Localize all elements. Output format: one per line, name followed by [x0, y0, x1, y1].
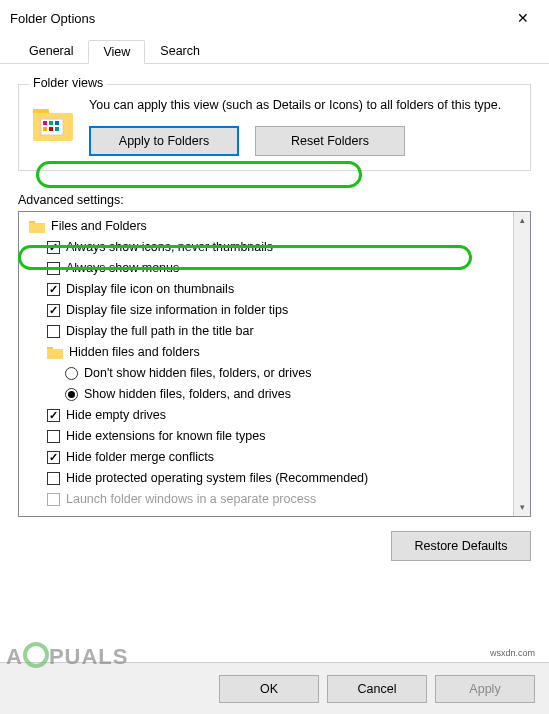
- checkbox-icon[interactable]: [47, 304, 60, 317]
- svg-rect-4: [49, 121, 53, 125]
- restore-defaults-button[interactable]: Restore Defaults: [391, 531, 531, 561]
- svg-rect-6: [43, 127, 47, 131]
- tree-item-label: Hide extensions for known file types: [66, 429, 265, 443]
- tree-item[interactable]: Hide empty drives: [25, 405, 513, 426]
- apply-to-folders-button[interactable]: Apply to Folders: [89, 126, 239, 156]
- scroll-up-icon[interactable]: ▴: [514, 212, 530, 229]
- watermark-o-icon: [23, 642, 49, 668]
- folder-views-group: Folder views You can apply this view (su…: [18, 84, 531, 171]
- scrollbar[interactable]: ▴ ▾: [513, 212, 530, 516]
- reset-folders-button[interactable]: Reset Folders: [255, 126, 405, 156]
- tree-item-label: Display the full path in the title bar: [66, 324, 254, 338]
- checkbox-icon[interactable]: [47, 472, 60, 485]
- fade-overlay: [19, 506, 513, 516]
- checkbox-icon[interactable]: [47, 241, 60, 254]
- tree-item-label: Always show menus: [66, 261, 179, 275]
- tree-item[interactable]: Don't show hidden files, folders, or dri…: [25, 363, 513, 384]
- tree-item-label: Hide protected operating system files (R…: [66, 471, 368, 485]
- checkbox-icon[interactable]: [47, 325, 60, 338]
- folder-views-description: You can apply this view (such as Details…: [89, 97, 518, 114]
- svg-rect-7: [49, 127, 53, 131]
- watermark-logo: APUALS: [6, 642, 128, 670]
- close-button[interactable]: ✕: [501, 3, 545, 33]
- folder-icon: [31, 101, 75, 145]
- svg-rect-3: [43, 121, 47, 125]
- folder-icon: [29, 219, 45, 233]
- radio-icon[interactable]: [65, 367, 78, 380]
- checkbox-icon[interactable]: [47, 283, 60, 296]
- tab-general[interactable]: General: [14, 39, 88, 63]
- tree-item-label: Display file icon on thumbnails: [66, 282, 234, 296]
- checkbox-icon[interactable]: [47, 262, 60, 275]
- checkbox-icon[interactable]: [47, 493, 60, 506]
- tree-root: Files and Folders: [25, 216, 513, 237]
- svg-rect-10: [29, 223, 45, 233]
- apply-button[interactable]: Apply: [435, 675, 535, 703]
- folder-views-legend: Folder views: [29, 76, 107, 90]
- title-bar: Folder Options ✕: [0, 0, 549, 36]
- ok-button[interactable]: OK: [219, 675, 319, 703]
- tree-root-label: Files and Folders: [51, 219, 147, 233]
- tree-item-label: Launch folder windows in a separate proc…: [66, 492, 316, 506]
- tree-sub-folder: Hidden files and folders: [25, 342, 513, 363]
- folder-icon: [47, 345, 63, 359]
- cancel-button[interactable]: Cancel: [327, 675, 427, 703]
- svg-rect-12: [47, 349, 63, 359]
- tree-item-label: Hidden files and folders: [69, 345, 200, 359]
- tree-item-highlighted[interactable]: Show hidden files, folders, and drives: [25, 384, 513, 405]
- tree-content: Files and Folders Always show icons, nev…: [19, 212, 513, 516]
- scroll-down-icon[interactable]: ▾: [514, 499, 530, 516]
- tab-content: Folder views You can apply this view (su…: [0, 64, 549, 561]
- svg-rect-8: [55, 127, 59, 131]
- tree-item-label: Display file size information in folder …: [66, 303, 288, 317]
- tree-item-label: Always show icons, never thumbnails: [66, 240, 273, 254]
- advanced-settings-label: Advanced settings:: [18, 193, 531, 207]
- window-title: Folder Options: [10, 11, 95, 26]
- checkbox-icon[interactable]: [47, 409, 60, 422]
- tree-item[interactable]: Always show icons, never thumbnails: [25, 237, 513, 258]
- tree-item[interactable]: Display file size information in folder …: [25, 300, 513, 321]
- svg-rect-5: [55, 121, 59, 125]
- tab-view[interactable]: View: [88, 40, 145, 64]
- tree-item[interactable]: Always show menus: [25, 258, 513, 279]
- radio-icon[interactable]: [65, 388, 78, 401]
- tab-search[interactable]: Search: [145, 39, 215, 63]
- tree-item-label: Hide empty drives: [66, 408, 166, 422]
- tab-strip: General View Search: [0, 36, 549, 64]
- watermark-suffix: PUALS: [49, 644, 129, 669]
- close-icon: ✕: [517, 10, 529, 26]
- advanced-settings-tree[interactable]: Files and Folders Always show icons, nev…: [18, 211, 531, 517]
- tree-item-label: Show hidden files, folders, and drives: [84, 387, 291, 401]
- tree-item[interactable]: Hide extensions for known file types: [25, 426, 513, 447]
- watermark-byline: wsxdn.com: [490, 648, 535, 658]
- tree-item[interactable]: Hide folder merge conflicts: [25, 447, 513, 468]
- tree-item[interactable]: Display the full path in the title bar: [25, 321, 513, 342]
- checkbox-icon[interactable]: [47, 451, 60, 464]
- tree-item-label: Hide folder merge conflicts: [66, 450, 214, 464]
- checkbox-icon[interactable]: [47, 430, 60, 443]
- watermark-prefix: A: [6, 644, 23, 669]
- tree-item[interactable]: Display file icon on thumbnails: [25, 279, 513, 300]
- tree-item-highlighted[interactable]: Hide protected operating system files (R…: [25, 468, 513, 489]
- tree-item-label: Don't show hidden files, folders, or dri…: [84, 366, 312, 380]
